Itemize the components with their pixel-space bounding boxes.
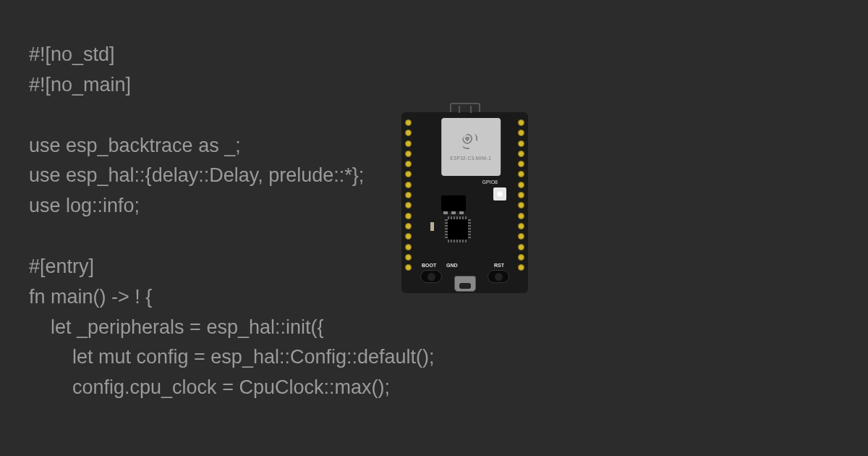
code-line: #![no_std] xyxy=(29,43,115,65)
reset-button[interactable] xyxy=(488,270,509,283)
pin[interactable] xyxy=(405,192,412,198)
pin[interactable] xyxy=(405,213,412,219)
rf-shield: ESP32-C3-MINI-1 xyxy=(441,118,501,176)
espressif-logo-icon xyxy=(461,133,480,152)
pin[interactable] xyxy=(518,151,524,157)
usb-port-icon xyxy=(454,276,476,292)
pin[interactable] xyxy=(405,223,412,229)
antenna-icon xyxy=(450,103,480,112)
pin[interactable] xyxy=(405,182,412,188)
neopixel-led xyxy=(493,187,506,200)
pin[interactable] xyxy=(518,202,524,208)
pin[interactable] xyxy=(405,202,412,208)
boot-button-label: BOOT xyxy=(422,263,436,268)
pin[interactable] xyxy=(518,171,524,177)
chip-model-label: ESP32-C3-MINI-1 xyxy=(450,156,491,161)
pin[interactable] xyxy=(518,119,524,126)
code-line: #![no_main] xyxy=(29,74,131,96)
pin[interactable] xyxy=(518,182,524,188)
pin[interactable] xyxy=(405,171,412,177)
pin[interactable] xyxy=(405,151,412,157)
mcu-chip xyxy=(448,219,468,240)
pin[interactable] xyxy=(518,161,524,167)
pin[interactable] xyxy=(518,254,524,261)
pin[interactable] xyxy=(518,213,524,219)
pin[interactable] xyxy=(518,223,524,229)
pin[interactable] xyxy=(518,244,524,250)
pin[interactable] xyxy=(518,264,524,271)
rst-button-label: RST xyxy=(494,263,504,268)
gnd-label: GND xyxy=(446,263,458,268)
code-line: fn main() -> ! { xyxy=(29,286,152,308)
pin[interactable] xyxy=(518,192,524,198)
gpio8-label: GPIO8 xyxy=(482,180,498,185)
pin[interactable] xyxy=(518,233,524,240)
esp32-board[interactable]: ESP32-C3-MINI-1 GPIO8 BOOT GND RST xyxy=(401,112,528,293)
code-line: use esp_hal::{delay::Delay, prelude::*}; xyxy=(29,164,364,186)
code-line: config.cpu_clock = CpuClock::max(); xyxy=(29,376,390,398)
mcu-pins xyxy=(468,219,471,240)
boot-button[interactable] xyxy=(420,270,442,283)
pin[interactable] xyxy=(405,233,412,240)
code-line: use esp_backtrace as _; xyxy=(29,135,241,156)
pin[interactable] xyxy=(405,140,412,147)
pin[interactable] xyxy=(405,254,412,261)
pin[interactable] xyxy=(405,264,412,271)
pin-column-right xyxy=(518,119,524,271)
code-line: let _peripherals = esp_hal::init({ xyxy=(29,316,324,338)
code-line: use log::info; xyxy=(29,195,140,216)
voltage-regulator xyxy=(441,195,466,211)
pin[interactable] xyxy=(405,161,412,167)
pin[interactable] xyxy=(518,140,524,147)
pin[interactable] xyxy=(405,119,412,126)
pin[interactable] xyxy=(405,244,412,250)
pin[interactable] xyxy=(405,130,412,136)
pin-column-left xyxy=(405,119,412,271)
capacitor xyxy=(430,222,434,231)
pin[interactable] xyxy=(518,130,524,136)
code-line: let mut config = esp_hal::Config::defaul… xyxy=(29,346,435,368)
mcu-pins xyxy=(445,219,448,240)
code-line: #[entry] xyxy=(29,256,94,277)
